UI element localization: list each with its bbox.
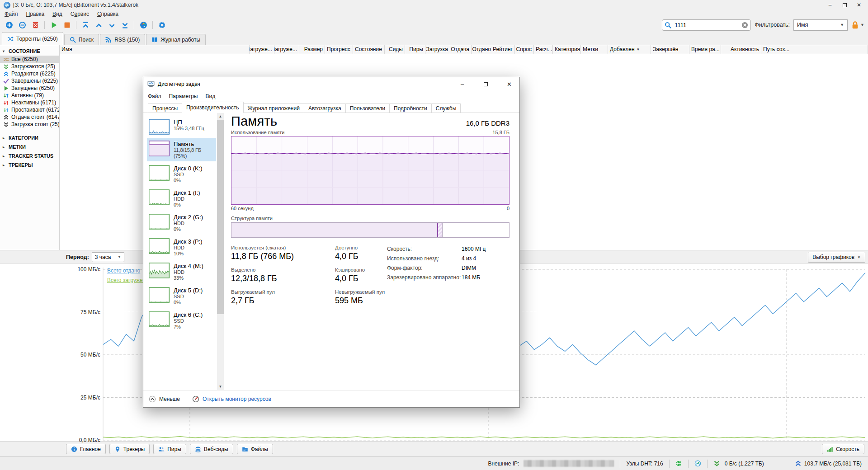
column-header-uploaded[interactable]: Отдано xyxy=(472,45,493,54)
tm-minimize-button[interactable]: – xyxy=(452,78,472,91)
sidebar-item-stalled-downloading[interactable]: Загрузка стоит (25) xyxy=(0,121,59,128)
bottom-tab-trackers[interactable]: Трекеры xyxy=(109,444,150,454)
column-header-eta[interactable]: Расч. ... xyxy=(534,45,553,54)
palette-button[interactable] xyxy=(138,19,149,30)
filter-select[interactable]: Имя ▼ xyxy=(793,19,848,31)
tm-tab-details[interactable]: Подробности xyxy=(390,103,432,113)
sidebar-item-downloading[interactable]: Загружаются (25) xyxy=(0,63,59,70)
tm-tab-services[interactable]: Службы xyxy=(432,103,461,113)
queue-top-button[interactable] xyxy=(80,19,91,30)
gear-button[interactable] xyxy=(156,19,167,30)
bottom-tab-general[interactable]: Главное xyxy=(66,444,106,454)
connection-status-icon[interactable] xyxy=(694,460,701,467)
column-header-downloaded1[interactable]: Загруже... xyxy=(250,45,274,54)
tm-close-button[interactable]: ✕ xyxy=(499,78,519,91)
queue-bottom-button[interactable] xyxy=(119,19,130,30)
perf-item-disk-4[interactable]: Диск 4 (M:)HDD33% xyxy=(147,260,216,283)
column-header-ratio[interactable]: Рейтинг xyxy=(493,45,515,54)
minimize-button[interactable]: – xyxy=(823,0,837,9)
period-select[interactable]: 3 часа ▼ xyxy=(92,252,124,262)
sidebar-section-trackers[interactable]: ▸ТРЕКЕРЫ xyxy=(0,160,59,169)
sidebar-item-seeding[interactable]: Раздаются (6225) xyxy=(0,70,59,77)
bottom-tab-peers[interactable]: Пиры xyxy=(153,444,186,454)
scroll-up-icon[interactable]: ▲ xyxy=(217,113,224,120)
queue-up-button[interactable] xyxy=(93,19,104,30)
tm-tab-processes[interactable]: Процессы xyxy=(148,103,182,113)
clear-search-icon[interactable] xyxy=(741,22,748,28)
resume-button[interactable] xyxy=(48,19,59,30)
sidebar-item-stalled-uploading[interactable]: Отдача стоит (6147) xyxy=(0,113,59,121)
sidebar-section-tracker-status[interactable]: ▸TRACKER STATUS xyxy=(0,151,59,160)
perf-item-memory[interactable]: Память11,8/15,8 ГБ (75%) xyxy=(147,138,216,161)
column-header-seeds[interactable]: Сиды xyxy=(385,45,405,54)
column-header-peers[interactable]: Пиры xyxy=(405,45,425,54)
scrollbar-thumb[interactable] xyxy=(217,120,224,314)
maximize-button[interactable] xyxy=(837,0,852,9)
tab-execution-log[interactable]: Журнал работы xyxy=(146,34,206,45)
tm-menu-item-options[interactable]: Параметры xyxy=(169,93,198,99)
open-resource-monitor-link[interactable]: Открыть монитор ресурсов xyxy=(192,395,271,403)
column-header-tags[interactable]: Метки xyxy=(581,45,608,54)
column-header-downloaded2[interactable]: Загруже... xyxy=(274,45,299,54)
perf-item-disk-5[interactable]: Диск 5 (D:)SSD0% xyxy=(147,285,216,308)
sidebar-item-active[interactable]: Активны (79) xyxy=(0,92,59,99)
tab-torrents[interactable]: Торренты (6250) xyxy=(2,32,63,45)
tm-list-scrollbar[interactable]: ▲ ▼ xyxy=(217,113,224,390)
column-header-category[interactable]: Категория xyxy=(553,45,581,54)
fewer-details-button[interactable]: Меньше xyxy=(149,395,180,403)
stop-button[interactable] xyxy=(61,19,72,30)
perf-item-disk-2[interactable]: Диск 2 (G:)HDD0% xyxy=(147,212,216,235)
sidebar-section-categories[interactable]: ▸КАТЕГОРИИ xyxy=(0,133,59,142)
menu-item-edit[interactable]: Правка xyxy=(26,11,45,17)
close-button[interactable]: ✕ xyxy=(852,0,866,9)
menu-item-file[interactable]: Файл xyxy=(5,11,18,17)
column-header-time-active[interactable]: Время ра... xyxy=(689,45,721,54)
sidebar-item-completed[interactable]: Завершены (6225) xyxy=(0,77,59,85)
tm-tab-users[interactable]: Пользователи xyxy=(346,103,390,113)
column-header-size[interactable]: Размер xyxy=(299,45,325,54)
delete-button[interactable] xyxy=(30,19,41,30)
tab-rss[interactable]: RSS (150) xyxy=(100,34,145,45)
column-header-availability[interactable]: Спрос xyxy=(515,45,534,54)
scroll-down-icon[interactable]: ▼ xyxy=(217,383,224,390)
column-header-status[interactable]: Состояние xyxy=(353,45,385,54)
bottom-tab-speed[interactable]: Скорость xyxy=(822,444,864,454)
perf-item-cpu[interactable]: ЦП15% 3,48 ГГц xyxy=(147,117,216,137)
sidebar-item-all[interactable]: Все (6250) xyxy=(0,56,59,63)
tm-maximize-button[interactable] xyxy=(476,78,496,91)
menu-item-view[interactable]: Вид xyxy=(52,11,62,17)
column-header-name[interactable]: Имя xyxy=(60,45,250,54)
queue-down-button[interactable] xyxy=(106,19,117,30)
column-header-activity[interactable]: Активность xyxy=(721,45,761,54)
sidebar-section-tags[interactable]: ▸МЕТКИ xyxy=(0,142,59,151)
total-upload-speed[interactable]: 103,7 МБ/с (25,031 ТБ) xyxy=(804,461,862,467)
network-globe-icon[interactable] xyxy=(675,460,682,467)
tm-tab-startup[interactable]: Автозагрузка xyxy=(304,103,346,113)
sidebar-item-inactive[interactable]: Неактивны (6171) xyxy=(0,99,59,106)
perf-item-disk-0[interactable]: Диск 0 (K:)SSD0% xyxy=(147,163,216,186)
sidebar-item-running[interactable]: Запущены (6250) xyxy=(0,85,59,92)
menu-item-tools[interactable]: Сервис xyxy=(71,11,89,17)
perf-item-disk-3[interactable]: Диск 3 (P:)HDD10% xyxy=(147,236,216,259)
column-header-down-speed[interactable]: Загрузка xyxy=(425,45,450,54)
tm-tab-app-history[interactable]: Журнал приложений xyxy=(244,103,304,113)
tm-tab-performance[interactable]: Производительность xyxy=(182,102,243,113)
menu-item-help[interactable]: Справка xyxy=(97,11,118,17)
tab-search[interactable]: Поиск xyxy=(64,34,99,45)
bottom-tab-files[interactable]: Файлы xyxy=(237,444,273,454)
graph-select-button[interactable]: Выбор графиков ▼ xyxy=(808,252,865,263)
total-download-speed[interactable]: 0 Б/с (1,227 ТБ) xyxy=(725,461,764,467)
bottom-tab-webseeds[interactable]: Веб-сиды xyxy=(190,444,233,454)
column-header-up-speed[interactable]: Отдача xyxy=(450,45,472,54)
perf-item-disk-6[interactable]: Диск 6 (C:)SSD7% xyxy=(147,309,216,332)
search-input[interactable] xyxy=(674,21,739,29)
add-link-button[interactable] xyxy=(17,19,28,30)
column-header-added[interactable]: Добавлен▼ xyxy=(608,45,651,54)
add-torrent-button[interactable] xyxy=(4,19,14,30)
sidebar-section-status[interactable]: ▾СОСТОЯНИЕ xyxy=(0,47,59,56)
column-header-save-path[interactable]: Путь сох... xyxy=(761,45,868,54)
column-header-progress[interactable]: Прогресс xyxy=(325,45,353,54)
tm-menu-item-file[interactable]: Файл xyxy=(148,93,161,99)
lock-control[interactable]: ▼ xyxy=(851,21,864,29)
tm-menu-item-view[interactable]: Вид xyxy=(205,93,215,99)
